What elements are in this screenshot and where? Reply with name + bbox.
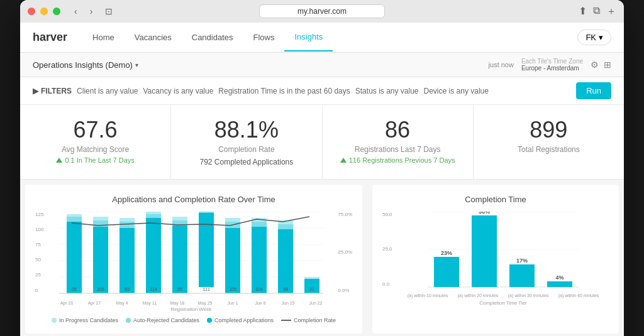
svg-text:98: 98 [283, 287, 288, 291]
svg-text:105: 105 [229, 287, 236, 291]
svg-text:114: 114 [150, 287, 157, 291]
share-icon[interactable]: ⬆ [579, 5, 587, 18]
svg-rect-14 [93, 217, 108, 220]
title-bar: ‹ › ⊡ my.harver.com ⬆ ⧉ ＋ [20, 0, 624, 23]
applications-chart: Applications and Completion Rate Over Ti… [25, 185, 362, 333]
svg-rect-27 [172, 225, 187, 293]
svg-text:111: 111 [203, 287, 210, 291]
filter-registration-time[interactable]: Registration Time is in the past 60 days [218, 87, 350, 95]
svg-rect-52 [304, 277, 319, 279]
y-label-25: 25 [35, 272, 43, 278]
address-bar[interactable]: my.harver.com [259, 4, 385, 18]
close-button[interactable] [28, 8, 35, 15]
update-time: just now [489, 61, 514, 68]
bar-group-4: 87.4% 95 [172, 212, 187, 293]
user-menu[interactable]: FK ▾ [577, 30, 611, 45]
applications-bar-chart-svg: 88.6% 35 84.9% 106 [53, 212, 330, 300]
applications-chart-title: Applications and Completion Rate Over Ti… [35, 195, 352, 204]
back-button[interactable]: ‹ [70, 5, 81, 18]
legend-completed: Completed Applications [207, 317, 274, 323]
chevron-down-icon: ▾ [599, 33, 603, 42]
x-axis-labels: Apr 20 Apr 27 May 4 May 11 May 18 May 25… [53, 301, 330, 305]
svg-rect-29 [172, 217, 187, 220]
mac-window: ‹ › ⊡ my.harver.com ⬆ ⧉ ＋ harver Home Va… [20, 0, 624, 336]
rate-label-0: 0.0% [338, 288, 352, 293]
cy-label-50: 50.0 [382, 212, 392, 217]
settings-icon[interactable]: ⚙ [591, 60, 599, 70]
metric-label-completion: Completion Rate [184, 145, 309, 154]
sub-nav-right: just now Each Tile's Time Zone Europe - … [489, 58, 611, 72]
maximize-button[interactable] [53, 8, 60, 15]
app-logo: harver [33, 31, 67, 44]
y-label-125: 125 [35, 212, 43, 217]
bar-group-8: 89.8% 98 [278, 212, 293, 293]
grid-icon[interactable]: ⊞ [604, 60, 611, 70]
chart-legend: In Progress Candidates Auto-Rejected Can… [35, 317, 352, 323]
svg-text:17%: 17% [516, 257, 528, 264]
nav-flows[interactable]: Flows [243, 23, 285, 51]
up-arrow-icon [56, 158, 62, 163]
add-tab-icon[interactable]: ＋ [606, 5, 616, 18]
run-button[interactable]: Run [576, 82, 611, 99]
metric-change-registrations: 116 Registrations Previous 7 Days [335, 156, 460, 164]
legend-rate: Completion Rate [281, 317, 336, 323]
dashboard-selector[interactable]: Operations Insights (Demo) ▾ [33, 60, 138, 70]
metric-total-registrations: 899 Total Registrations [474, 105, 624, 179]
url-text: my.harver.com [297, 7, 347, 16]
x-label-6: Jun 1 [219, 301, 247, 305]
cx-axis-title: Completion Time Tier [402, 300, 604, 306]
nav-items: Home Vacancies Candidates Flows Insights [82, 23, 333, 51]
duplicate-icon[interactable]: ⧉ [593, 5, 600, 18]
svg-rect-36 [225, 228, 240, 293]
metric-value-score: 67.6 [33, 117, 158, 143]
svg-rect-19 [119, 218, 135, 222]
metric-value-total: 899 [486, 117, 611, 143]
y-label-100: 100 [35, 227, 43, 232]
tab-button[interactable]: ⊡ [101, 5, 116, 18]
nav-candidates[interactable]: Candidates [182, 23, 243, 51]
x-label-3: May 11 [136, 301, 164, 305]
svg-rect-41 [252, 227, 267, 293]
x-label-0: Apr 20 [53, 301, 80, 305]
svg-text:95: 95 [177, 287, 182, 291]
filter-arrow-icon: ▶ [33, 87, 38, 95]
completion-y-axis: 50.0 25.0 0.0 [382, 212, 392, 287]
app-nav: harver Home Vacancies Candidates Flows I… [20, 23, 624, 53]
x-label-8: Jun 15 [274, 301, 302, 305]
nav-vacancies[interactable]: Vacancies [125, 23, 182, 51]
filter-client[interactable]: Client is any value [77, 87, 138, 95]
svg-text:56%: 56% [479, 212, 490, 215]
svg-text:106: 106 [97, 287, 104, 291]
x-label-2: May 4 [108, 301, 136, 305]
legend-inprogress: In Progress Candidates [52, 317, 118, 323]
svg-rect-23 [146, 214, 161, 218]
bar-group-9: 95.2% 21 [304, 212, 319, 293]
minimize-button[interactable] [40, 8, 48, 15]
filter-status[interactable]: Status is any value [355, 87, 419, 95]
timezone-label: Each Tile's Time Zone Europe - Amsterdam [521, 58, 583, 72]
legend-rate-line [281, 320, 291, 321]
metric-value-registrations: 86 [335, 117, 460, 143]
charts-row: Applications and Completion Rate Over Ti… [20, 180, 624, 336]
filters-label: ▶ FILTERS [33, 87, 72, 95]
nav-insights[interactable]: Insights [284, 23, 333, 51]
filter-device[interactable]: Device is any value [424, 87, 489, 95]
bar-group-5: 128 111 [199, 212, 214, 291]
legend-completed-label: Completed Applications [214, 317, 274, 323]
cy-label-0: 0.0 [382, 281, 392, 287]
comp-bar-10min [434, 257, 459, 287]
nav-home[interactable]: Home [82, 23, 125, 51]
svg-rect-9 [67, 214, 82, 217]
rate-label-25: 25.0% [338, 249, 352, 255]
metric-completion-rate: 88.1% Completion Rate 792 Completed Appl… [171, 105, 322, 179]
x-label-5: May 25 [191, 301, 219, 305]
forward-button[interactable]: › [86, 5, 97, 18]
filters-bar: ▶ FILTERS Client is any value Vacancy is… [20, 77, 624, 105]
y-label-75: 75 [35, 242, 43, 247]
metric-registrations: 86 Registrations Last 7 Days 116 Registr… [323, 105, 474, 179]
x-label-9: Jun 22 [302, 301, 330, 305]
filter-vacancy[interactable]: Vacancy is any value [143, 87, 214, 95]
svg-text:35: 35 [72, 287, 77, 291]
comp-bar-30min [509, 264, 535, 287]
metric-sub-completion: 792 Completed Applications [184, 158, 309, 166]
